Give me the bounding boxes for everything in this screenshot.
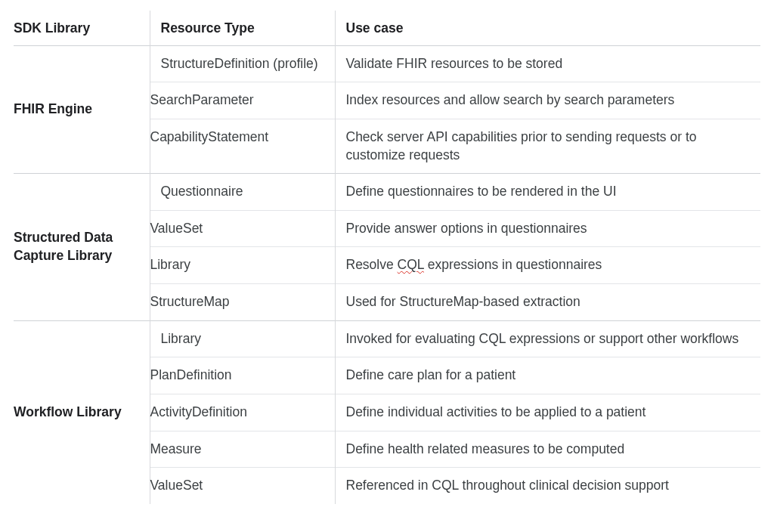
type-cell: Library bbox=[150, 247, 335, 284]
header-sdk-library: SDK Library bbox=[14, 11, 150, 45]
use-cell: Define care plan for a patient bbox=[335, 357, 760, 394]
use-cell: Resolve CQL expressions in questionnaire… bbox=[335, 247, 760, 284]
type-cell: Library bbox=[150, 320, 335, 357]
use-cell: Invoked for evaluating CQL expressions o… bbox=[335, 320, 760, 357]
use-cell: Used for StructureMap-based extraction bbox=[335, 284, 760, 321]
use-cell: Referenced in CQL throughout clinical de… bbox=[335, 468, 760, 504]
use-cell: Index resources and allow search by sear… bbox=[335, 82, 760, 119]
type-cell: SearchParameter bbox=[150, 82, 335, 119]
type-cell: ValueSet bbox=[150, 468, 335, 504]
use-cell: Check server API capabilities prior to s… bbox=[335, 119, 760, 173]
type-cell: Measure bbox=[150, 431, 335, 468]
use-cell: Define individual activities to be appli… bbox=[335, 394, 760, 431]
use-cell: Validate FHIR resources to be stored bbox=[335, 45, 760, 82]
type-cell: CapabilityStatement bbox=[150, 119, 335, 173]
sdk-library-table: SDK Library Resource Type Use case FHIR … bbox=[14, 11, 760, 504]
lib-cell-fhir-engine: FHIR Engine bbox=[14, 45, 150, 174]
type-cell: StructureDefinition (profile) bbox=[150, 45, 335, 82]
table-row: Workflow Library Library Invoked for eva… bbox=[14, 320, 760, 357]
type-cell: StructureMap bbox=[150, 284, 335, 321]
use-cell: Define questionnaires to be rendered in … bbox=[335, 174, 760, 211]
table-row: FHIR Engine StructureDefinition (profile… bbox=[14, 45, 760, 82]
header-use-case: Use case bbox=[335, 11, 760, 45]
type-cell: ActivityDefinition bbox=[150, 394, 335, 431]
table-header-row: SDK Library Resource Type Use case bbox=[14, 11, 760, 45]
use-cell: Define health related measures to be com… bbox=[335, 431, 760, 468]
type-cell: PlanDefinition bbox=[150, 357, 335, 394]
table-body: FHIR Engine StructureDefinition (profile… bbox=[14, 45, 760, 504]
type-cell: ValueSet bbox=[150, 210, 335, 247]
use-cell: Provide answer options in questionnaires bbox=[335, 210, 760, 247]
lib-cell-sdc: Structured Data Capture Library bbox=[14, 174, 150, 321]
header-resource-type: Resource Type bbox=[150, 11, 335, 45]
table-row: Structured Data Capture Library Question… bbox=[14, 174, 760, 211]
sdk-library-table-container: SDK Library Resource Type Use case FHIR … bbox=[0, 0, 774, 518]
lib-cell-workflow: Workflow Library bbox=[14, 320, 150, 504]
type-cell: Questionnaire bbox=[150, 174, 335, 211]
